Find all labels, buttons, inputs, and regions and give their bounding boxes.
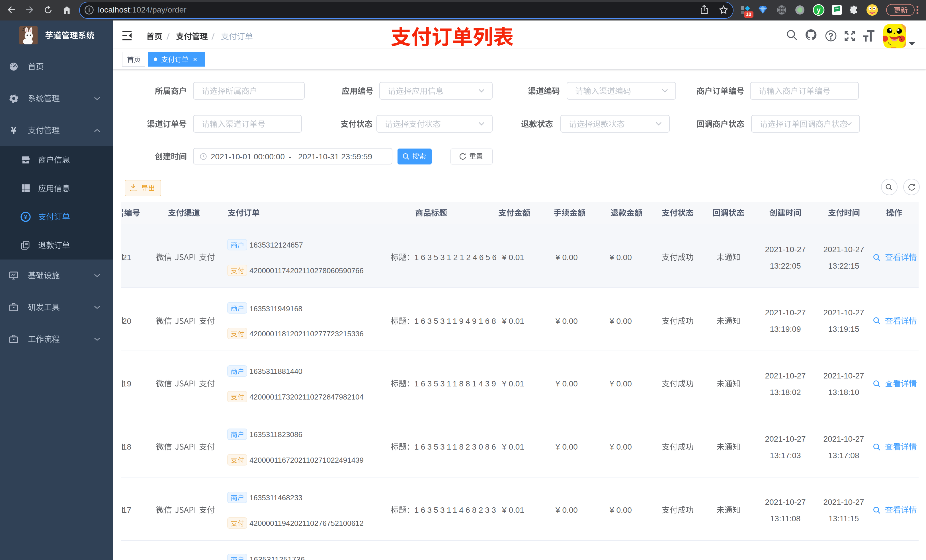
svg-text:¥: ¥ <box>24 213 27 220</box>
svg-text:y: y <box>817 6 821 14</box>
